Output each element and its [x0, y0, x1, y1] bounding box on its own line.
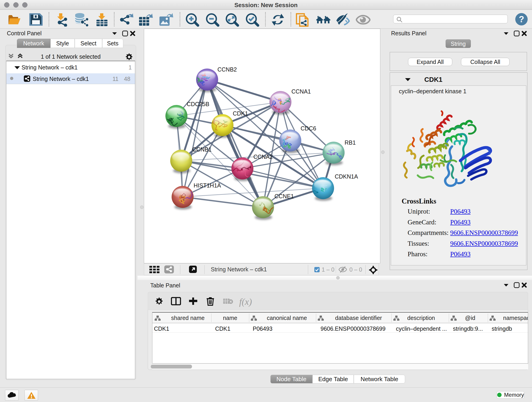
svg-text:CDC25B: CDC25B: [187, 101, 209, 107]
svg-text:CDC6: CDC6: [301, 125, 316, 132]
svg-text:HIST1H1A: HIST1H1A: [194, 182, 221, 189]
svg-text:?: ?: [519, 14, 524, 24]
svg-text:CCNA2: CCNA2: [253, 153, 273, 160]
svg-text:CCNA1: CCNA1: [291, 88, 311, 95]
svg-text:CDKN1A: CDKN1A: [335, 173, 358, 180]
svg-text:CCNB2: CCNB2: [217, 66, 237, 73]
svg-text:CCNE1: CCNE1: [274, 193, 294, 199]
svg-text:RB1: RB1: [345, 139, 356, 146]
svg-text:CCNB1: CCNB1: [192, 146, 212, 153]
svg-text:CDK1: CDK1: [233, 110, 248, 117]
